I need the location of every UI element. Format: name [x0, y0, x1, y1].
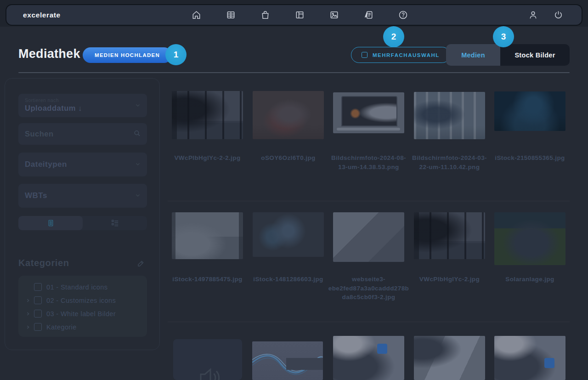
audio-thumbnail[interactable]	[173, 339, 242, 380]
media-item[interactable]: webseite3-ebe2fed87a3a0caddd278bda8c5cb0…	[333, 212, 404, 262]
media-item[interactable]	[494, 336, 565, 380]
media-item[interactable]: VWcPlbHglYc-2.jpg	[414, 212, 485, 259]
media-filename: oSOY6Ozl6T0.jpg	[248, 153, 329, 163]
media-filename: iStock-2150855365.jpg	[490, 153, 571, 163]
row-divider	[168, 322, 570, 322]
media-filename: VWcPlbHglYc-2-2.jpg	[167, 153, 248, 163]
search-box	[18, 123, 147, 145]
chevron-right-icon[interactable]	[26, 312, 34, 316]
callout-1: 1	[165, 44, 187, 65]
tab-stock-bilder[interactable]: Stock Bilder	[500, 44, 570, 66]
page-title: Mediathek	[18, 47, 80, 61]
wbts-dropdown[interactable]: WBTs	[18, 184, 147, 208]
multiselect-label: MEHRFACHAUSWAHL	[373, 52, 440, 58]
callout-2: 2	[383, 26, 404, 47]
speaker-icon	[191, 361, 224, 380]
dateitypen-dropdown[interactable]: Dateitypen	[18, 153, 147, 176]
list-view-button[interactable]	[83, 216, 147, 230]
category-checkbox[interactable]	[34, 296, 42, 304]
media-item[interactable]: iStock-1481286603.jpg	[253, 212, 324, 257]
sort-value: Uploaddatum ↓	[25, 104, 141, 113]
layout-icon[interactable]	[294, 9, 305, 21]
media-thumbnail[interactable]	[414, 92, 485, 139]
media-thumbnail[interactable]	[414, 336, 485, 380]
media-thumbnail[interactable]	[494, 336, 565, 380]
category-row[interactable]: Kategorie	[26, 320, 147, 334]
category-label: Kategorie	[46, 323, 77, 331]
media-thumbnail[interactable]	[494, 91, 565, 131]
wbts-label: WBTs	[25, 191, 47, 200]
home-icon[interactable]	[191, 9, 202, 21]
media-item[interactable]	[173, 339, 244, 380]
media-filename: iStock-1497885475.jpg	[167, 275, 248, 284]
multiselect-button[interactable]: MEHRFACHAUSWAHL	[351, 47, 450, 63]
media-thumbnail[interactable]	[253, 212, 324, 257]
media-filename: VWcPlbHglYc-2.jpg	[409, 275, 490, 284]
document-view-icon	[47, 219, 55, 227]
media-filename: webseite3-ebe2fed87a3a0caddd278bda8c5cb0…	[328, 275, 409, 302]
checkbox-icon	[362, 52, 368, 58]
media-item[interactable]	[414, 336, 485, 380]
media-item[interactable]: iStock-2150855365.jpg	[494, 91, 565, 131]
chevron-down-icon	[135, 160, 141, 169]
sort-label: Sortieren nach	[25, 97, 141, 103]
grid-view-button[interactable]	[18, 216, 83, 230]
media-filename: Solaranlage.jpg	[490, 275, 571, 284]
user-icon[interactable]	[527, 9, 539, 21]
category-row[interactable]: 02 - Customizes icons	[26, 294, 147, 307]
category-label: 02 - Customizes icons	[46, 297, 116, 304]
notes-icon[interactable]	[363, 9, 374, 21]
category-checkbox[interactable]	[34, 283, 42, 291]
category-row[interactable]: 03 - White label Bilder	[26, 307, 147, 320]
media-filename: Bildschirmfoto-2024-03-22-um-11.10.42.pn…	[409, 153, 490, 171]
power-icon[interactable]	[553, 9, 564, 21]
chevron-right-icon[interactable]	[26, 325, 34, 329]
category-row[interactable]: 01 - Standard icons	[26, 280, 147, 294]
tree-list-icon	[111, 219, 119, 227]
header-divider	[18, 72, 570, 73]
sort-dropdown[interactable]: Sortieren nach Uploaddatum ↓	[18, 94, 147, 117]
help-icon[interactable]	[397, 9, 409, 21]
search-icon	[133, 129, 141, 139]
media-item[interactable]: Bildschirmfoto-2024-08-13-um-14.38.53.pn…	[333, 91, 404, 133]
media-thumbnail[interactable]	[253, 91, 324, 139]
topbar: excelerate	[6, 4, 582, 26]
media-item[interactable]: VWcPlbHglYc-2-2.jpg	[172, 91, 243, 139]
media-item[interactable]: iStock-1497885475.jpg	[172, 212, 243, 259]
media-thumbnail[interactable]	[333, 212, 404, 262]
chevron-down-icon	[135, 102, 141, 110]
wave-graphic	[252, 350, 323, 377]
media-item[interactable]: Solaranlage.jpg	[494, 212, 565, 265]
drawer-icon[interactable]	[225, 9, 237, 21]
media-thumbnail[interactable]	[172, 91, 243, 139]
media-item[interactable]: oSOY6Ozl6T0.jpg	[253, 91, 324, 139]
image-icon[interactable]	[328, 9, 340, 21]
media-thumbnail[interactable]	[414, 212, 485, 259]
chevron-right-icon[interactable]	[26, 298, 34, 303]
category-checkbox[interactable]	[34, 310, 42, 318]
media-thumbnail[interactable]	[333, 92, 404, 133]
brand-logo[interactable]: excelerate	[23, 5, 61, 25]
media-thumbnail[interactable]	[172, 212, 243, 259]
media-filename: Bildschirmfoto-2024-08-13-um-14.38.53.pn…	[328, 153, 409, 171]
media-thumbnail[interactable]	[252, 341, 323, 380]
media-thumbnail[interactable]	[333, 336, 404, 380]
category-checkbox[interactable]	[34, 323, 42, 331]
categories-panel: 01 - Standard icons 02 - Customizes icon…	[18, 276, 147, 337]
media-thumbnail[interactable]	[494, 212, 565, 265]
category-label: 03 - White label Bilder	[46, 310, 116, 318]
view-toggle	[18, 216, 147, 230]
tab-medien[interactable]: Medien	[446, 44, 500, 66]
callout-3: 3	[493, 26, 514, 47]
upload-media-button[interactable]: MEDIEN HOCHLADEN	[83, 47, 172, 63]
shopping-bag-icon[interactable]	[260, 9, 271, 21]
row-divider	[168, 201, 570, 201]
media-filename: iStock-1481286603.jpg	[248, 275, 329, 284]
media-item[interactable]	[252, 341, 323, 380]
search-input[interactable]	[18, 123, 147, 145]
dateitypen-label: Dateitypen	[25, 160, 67, 169]
edit-pencil-icon[interactable]	[136, 259, 145, 270]
media-tabs: Medien Stock Bilder	[446, 44, 570, 66]
media-item[interactable]	[333, 336, 404, 380]
media-item[interactable]: Bildschirmfoto-2024-03-22-um-11.10.42.pn…	[414, 91, 485, 139]
